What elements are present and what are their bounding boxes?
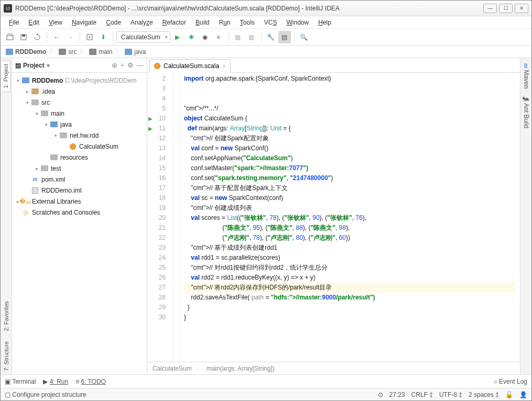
structure-icon[interactable]: ▤	[278, 31, 291, 43]
run-tab[interactable]: ▶ 4: Run	[43, 378, 68, 385]
todo-tab[interactable]: ≡ 6: TODO	[75, 378, 106, 385]
menu-build[interactable]: Build	[191, 18, 214, 27]
menu-code[interactable]: Code	[102, 18, 125, 27]
project-panel-title: Project	[23, 62, 45, 69]
menu-analyze[interactable]: Analyze	[126, 18, 157, 27]
tab-project[interactable]: 1: Project	[2, 60, 10, 92]
back-icon[interactable]: ←	[50, 31, 63, 43]
menu-navigate[interactable]: Navigate	[68, 18, 101, 27]
menu-run[interactable]: Run	[215, 18, 235, 27]
bc-src[interactable]: src	[57, 48, 79, 55]
encoding[interactable]: UTF-8 ‡	[439, 391, 462, 398]
caret-position[interactable]: 27:23	[389, 391, 405, 398]
tree-resources[interactable]: resources	[60, 154, 88, 161]
terminal-tab[interactable]: ▣ Terminal	[5, 378, 36, 385]
tree-test[interactable]: test	[51, 165, 61, 172]
indent[interactable]: 2 spaces ‡	[469, 391, 499, 398]
fold-column[interactable]	[173, 73, 180, 362]
menu-edit[interactable]: Edit	[24, 18, 44, 27]
svg-rect-2	[22, 35, 25, 37]
tree-iml[interactable]: RDDDemo.iml	[41, 187, 82, 194]
menu-vcs[interactable]: VCS	[260, 18, 281, 27]
window-title: RDDDemo [C:\IdeaProjects\RDDDemo] - ...\…	[15, 5, 483, 12]
run-icon[interactable]: ▶	[171, 31, 184, 43]
debug-icon[interactable]: ✱	[185, 31, 198, 43]
minimize-button[interactable]: —	[483, 4, 497, 13]
profile-icon2[interactable]: ▦	[245, 31, 258, 43]
hide-icon[interactable]: —	[137, 61, 144, 69]
run-gutter-icon[interactable]: ▶	[148, 124, 153, 133]
collapse-icon[interactable]: ÷	[121, 61, 124, 69]
bc-main[interactable]: main	[87, 48, 114, 55]
menu-tools[interactable]: Tools	[236, 18, 259, 27]
open-icon[interactable]	[4, 31, 16, 43]
run-config-selector[interactable]: CalculateSum	[116, 31, 170, 43]
tab-structure[interactable]: 7: Structure	[2, 338, 10, 374]
lock-icon[interactable]: 🔓	[505, 391, 513, 398]
build-icon[interactable]: ⬇	[97, 31, 110, 43]
left-tool-strip: 1: Project 2: Favorites 7: Structure	[1, 58, 12, 374]
profile-icon1[interactable]: ▦	[232, 31, 244, 43]
tab-maven[interactable]: m Maven	[521, 60, 531, 92]
crumb-class[interactable]: CalculateSum	[153, 365, 192, 372]
tree-pom[interactable]: pom.xml	[41, 176, 65, 183]
tree-idea[interactable]: .idea	[41, 88, 55, 95]
toolbar: ← → ⬇ CalculateSum ▶ ✱ ◉ ■ ▦ ▦ 🔧 ▤ 🔍	[1, 29, 531, 46]
project-panel: ▤Project ▾ ⊕ ÷ ⚙ — ▾RDDDemo C:\IdeaProje…	[12, 58, 147, 374]
maximize-button[interactable]: ☐	[499, 4, 513, 13]
tree-scratch[interactable]: Scratches and Consoles	[32, 209, 100, 216]
bc-root[interactable]: RDDDemo	[4, 48, 48, 55]
menu-file[interactable]: File	[5, 18, 23, 27]
code-text[interactable]: import org.apache.spark.{SparkConf, Spar…	[180, 73, 520, 362]
goto-icon[interactable]: ⊙	[378, 391, 383, 398]
stop-icon[interactable]: ■	[212, 31, 225, 43]
status-bar: ▢ Configure project structure ⊙ 27:23 CR…	[1, 388, 531, 400]
gear-icon[interactable]: ⚙	[127, 61, 134, 69]
project-tree[interactable]: ▾RDDDemo C:\IdeaProjects\RDDDem ▸.idea ▾…	[12, 73, 147, 374]
target-icon[interactable]: ⊕	[112, 61, 117, 69]
settings-icon[interactable]: 🔧	[265, 31, 277, 43]
search-icon[interactable]: 🔍	[298, 31, 310, 43]
select-icon[interactable]	[83, 31, 96, 43]
main-body: 1: Project 2: Favorites 7: Structure ▤Pr…	[1, 58, 531, 374]
tab-label: CalculateSum.scala	[164, 62, 219, 70]
inspect-icon[interactable]: 👤	[519, 391, 527, 398]
right-tool-strip: m Maven 🐜 Ant Build	[520, 58, 531, 374]
file-tab[interactable]: CalculateSum.scala ×	[149, 59, 231, 73]
code-area[interactable]: 2 3 4 5 ▶10 ▶11 12 13 14 15 16 17 18 19 …	[147, 73, 520, 362]
coverage-icon[interactable]: ◉	[199, 31, 211, 43]
folder-icon: ▤	[15, 62, 21, 69]
save-icon[interactable]	[17, 31, 30, 43]
scala-file-icon	[154, 63, 160, 69]
event-log[interactable]: ○ Event Log	[493, 378, 527, 385]
bc-java[interactable]: java	[123, 48, 148, 55]
close-button[interactable]: ✕	[515, 4, 528, 13]
tree-main[interactable]: main	[51, 110, 64, 117]
tree-ext[interactable]: External Libraries	[32, 198, 81, 205]
svg-rect-0	[7, 36, 13, 40]
menu-view[interactable]: View	[45, 18, 67, 27]
ide-window: IJ RDDDemo [C:\IdeaProjects\RDDDemo] - .…	[0, 0, 532, 401]
tab-favorites[interactable]: 2: Favorites	[2, 298, 10, 334]
menu-refactor[interactable]: Refactor	[158, 18, 190, 27]
line-ending[interactable]: CRLF ‡	[411, 391, 433, 398]
status-icon[interactable]: ▢	[5, 391, 10, 398]
nav-breadcrumb: RDDDemo 〉 src 〉 main 〉 java	[1, 46, 531, 58]
tree-file[interactable]: CalculateSum	[79, 143, 118, 150]
tree-pkg[interactable]: net.hw.rdd	[70, 132, 99, 139]
run-gutter-icon[interactable]: ▶	[148, 114, 153, 124]
close-tab-icon[interactable]: ×	[222, 63, 225, 69]
tab-ant[interactable]: 🐜 Ant Build	[522, 92, 531, 131]
tree-root[interactable]: RDDDemo	[32, 77, 63, 84]
editor-area: CalculateSum.scala × 2 3 4 5 ▶10 ▶11 12 …	[147, 58, 520, 374]
forward-icon[interactable]: →	[64, 31, 77, 43]
line-gutter[interactable]: 2 3 4 5 ▶10 ▶11 12 13 14 15 16 17 18 19 …	[147, 73, 173, 362]
tree-java[interactable]: java	[60, 121, 72, 128]
bottom-tool-bar: ▣ Terminal ▶ 4: Run ≡ 6: TODO ○ Event Lo…	[1, 374, 531, 388]
editor-breadcrumb: CalculateSum 〉 main(args: Array[String])	[147, 362, 520, 374]
crumb-method[interactable]: main(args: Array[String])	[207, 365, 275, 372]
refresh-icon[interactable]	[31, 31, 44, 43]
menu-help[interactable]: Help	[314, 18, 335, 27]
menu-window[interactable]: Window	[282, 18, 313, 27]
tree-src[interactable]: src	[41, 99, 50, 106]
